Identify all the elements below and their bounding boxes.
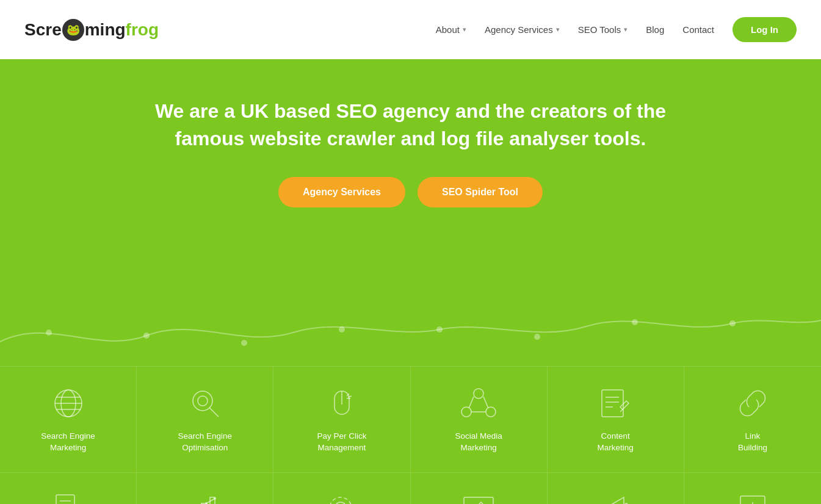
service-label-cm: ContentMarketing	[598, 431, 634, 454]
svg-point-22	[461, 407, 471, 417]
main-nav: About Agency Services SEO Tools Blog Con…	[436, 17, 797, 42]
service-label-seo: Search EngineOptimisation	[178, 431, 232, 454]
svg-point-2	[241, 340, 247, 346]
hero-headline: We are a UK based SEO agency and the cre…	[136, 98, 685, 153]
svg-point-5	[534, 334, 540, 340]
doc-icon	[50, 491, 87, 504]
svg-point-0	[46, 329, 52, 336]
megaphone-icon	[597, 491, 634, 504]
services-row-2: Conversion RateOptimisation AnalyticsCon…	[0, 472, 821, 504]
service-link-building[interactable]: LinkBuilding	[684, 366, 821, 472]
svg-line-31	[620, 409, 623, 412]
service-label-lb: LinkBuilding	[738, 431, 767, 454]
nav-about[interactable]: About	[436, 24, 466, 35]
nav-agency-services[interactable]: Agency Services	[485, 24, 560, 35]
monitor-edit-icon	[460, 491, 497, 504]
service-analytics-consultancy[interactable]: AnalyticsConsultancy	[137, 472, 273, 504]
svg-point-1	[143, 333, 150, 339]
services-row-1: Search EngineMarketing Search EngineOpti…	[0, 366, 821, 472]
svg-point-15	[198, 396, 208, 406]
logo-frog-icon: 🐸	[62, 19, 84, 41]
edit-icon	[597, 385, 634, 422]
svg-point-21	[474, 389, 483, 398]
logo-text-start: Scre	[24, 20, 62, 40]
service-technical-seo[interactable]: TechnicalSEO	[273, 472, 410, 504]
hero-section: We are a UK based SEO agency and the cre…	[0, 61, 821, 366]
svg-point-23	[486, 407, 496, 417]
svg-point-44	[214, 497, 216, 500]
social-icon	[460, 385, 497, 422]
service-label-smm: Social MediaMarketing	[455, 431, 502, 454]
svg-rect-27	[602, 390, 623, 417]
svg-line-24	[469, 397, 474, 408]
login-button[interactable]: Log In	[732, 17, 797, 42]
service-pay-per-click[interactable]: Pay Per ClickManagement	[273, 366, 410, 472]
mouse-icon	[324, 385, 360, 422]
nav-blog[interactable]: Blog	[646, 24, 664, 35]
service-search-engine-marketing[interactable]: Search EngineMarketing	[0, 366, 137, 472]
svg-line-25	[483, 397, 488, 408]
svg-point-6	[632, 319, 638, 325]
chart-icon	[187, 491, 223, 504]
service-digital-copywriting[interactable]: DigitalCopywriting	[411, 472, 548, 504]
logo-text-end: frog	[126, 20, 159, 40]
nav-seo-tools[interactable]: SEO Tools	[578, 24, 628, 35]
link-icon	[734, 385, 771, 422]
site-header: Scre🐸mingfrog About Agency Services SEO …	[0, 0, 821, 61]
logo-text-mid: ming	[85, 20, 126, 40]
logo[interactable]: Scre🐸mingfrog	[24, 19, 159, 41]
hero-curve-decoration	[0, 293, 821, 366]
chat-exclaim-icon	[734, 491, 771, 504]
services-section: Search EngineMarketing Search EngineOpti…	[0, 366, 821, 504]
service-search-engine-optimisation[interactable]: Search EngineOptimisation	[137, 366, 273, 472]
service-social-media-marketing[interactable]: Social MediaMarketing	[411, 366, 548, 472]
gear-search-icon	[324, 491, 360, 504]
service-cro[interactable]: Conversion RateOptimisation	[0, 472, 137, 504]
hero-buttons: Agency Services SEO Spider Tool	[49, 177, 772, 207]
service-label-sem: Search EngineMarketing	[41, 431, 95, 454]
search-icon	[187, 385, 223, 422]
svg-point-46	[330, 497, 352, 504]
svg-point-3	[339, 326, 345, 333]
svg-point-4	[436, 326, 443, 333]
service-reactive-pr[interactable]: ReactivePR	[684, 472, 821, 504]
svg-rect-49	[464, 497, 493, 504]
seo-spider-tool-button[interactable]: SEO Spider Tool	[418, 177, 543, 207]
service-digital-pr[interactable]: DigitalPR	[548, 472, 684, 504]
svg-rect-32	[56, 495, 74, 504]
agency-services-button[interactable]: Agency Services	[278, 177, 405, 207]
nav-contact[interactable]: Contact	[682, 24, 714, 35]
globe-icon	[50, 385, 87, 422]
service-content-marketing[interactable]: ContentMarketing	[548, 366, 684, 472]
svg-line-14	[209, 408, 219, 417]
service-label-ppc: Pay Per ClickManagement	[317, 431, 366, 454]
svg-point-7	[729, 320, 736, 326]
